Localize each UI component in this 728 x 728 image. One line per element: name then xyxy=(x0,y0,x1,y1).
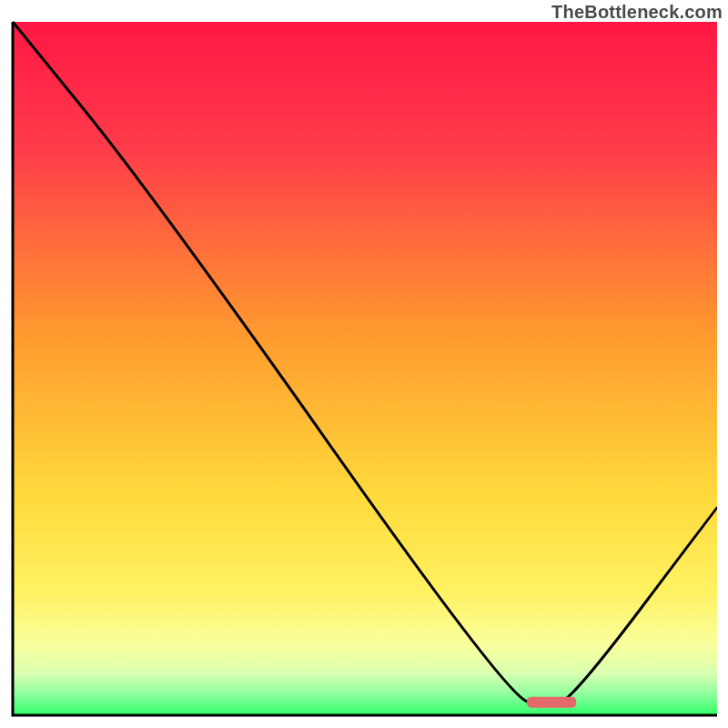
optimal-marker xyxy=(527,697,576,708)
chart-container: TheBottleneck.com xyxy=(0,0,728,728)
watermark-text: TheBottleneck.com xyxy=(551,2,723,23)
gradient-background xyxy=(13,22,717,715)
bottleneck-chart xyxy=(0,0,728,728)
